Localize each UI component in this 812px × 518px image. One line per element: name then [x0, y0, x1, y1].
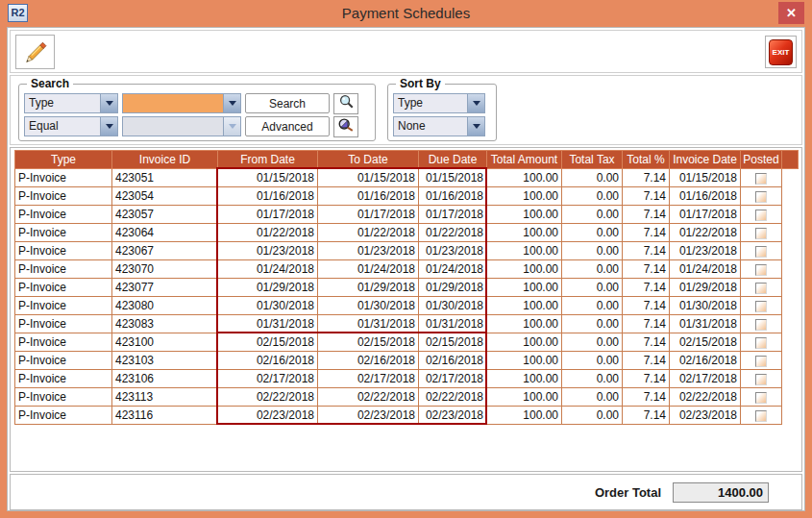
posted-checkbox[interactable]: [755, 264, 767, 276]
col-header-from_date[interactable]: From Date: [218, 151, 318, 169]
cell-posted: [741, 407, 782, 425]
sort-secondary-select[interactable]: None: [393, 116, 485, 136]
posted-checkbox[interactable]: [755, 319, 767, 331]
cell-invoice_id: 423116: [112, 407, 218, 425]
cell-posted: [741, 388, 782, 407]
col-header-total_pct[interactable]: Total %: [623, 151, 670, 169]
posted-checkbox[interactable]: [755, 392, 767, 404]
posted-checkbox[interactable]: [755, 374, 767, 385]
cell-due_date: 01/15/2018: [419, 169, 487, 187]
table-row[interactable]: P-Invoice42305401/16/201801/16/201801/16…: [15, 187, 799, 206]
chevron-down-icon[interactable]: [467, 94, 484, 112]
col-header-total_amount[interactable]: Total Amount: [487, 151, 562, 169]
cell-from_date: 01/29/2018: [218, 279, 318, 297]
cell-total_pct: 7.14: [623, 388, 670, 407]
col-header-to_date[interactable]: To Date: [318, 151, 419, 169]
search-field-select[interactable]: Type: [24, 93, 118, 113]
posted-checkbox[interactable]: [755, 356, 767, 367]
cell-total_amount: 100.00: [487, 352, 562, 370]
posted-checkbox[interactable]: [755, 410, 767, 422]
cell-invoice_id: 423080: [112, 297, 218, 315]
table-row[interactable]: P-Invoice42310602/17/201802/17/201802/17…: [15, 370, 799, 388]
cell-type: P-Invoice: [15, 187, 112, 206]
table-row[interactable]: P-Invoice42306701/23/201801/23/201801/23…: [15, 242, 799, 260]
cell-to_date: 01/31/2018: [318, 315, 419, 333]
table-row[interactable]: P-Invoice42307001/24/201801/24/201801/24…: [15, 260, 799, 279]
search-button[interactable]: Search: [245, 93, 330, 113]
posted-checkbox[interactable]: [755, 228, 767, 239]
cell-invoice_id: 423100: [112, 333, 218, 352]
cell-due_date: 01/16/2018: [419, 187, 487, 206]
posted-checkbox[interactable]: [755, 337, 767, 349]
posted-checkbox[interactable]: [755, 283, 767, 294]
sort-primary-select[interactable]: Type: [393, 93, 485, 113]
advanced-search-icon-button[interactable]: [333, 116, 358, 137]
chevron-down-icon[interactable]: [100, 94, 117, 112]
search-value-text: [123, 94, 223, 112]
cell-type: P-Invoice: [15, 224, 112, 242]
cell-total_amount: 100.00: [487, 333, 562, 352]
col-header-total_tax[interactable]: Total Tax: [562, 151, 623, 169]
table-row[interactable]: P-Invoice42311602/23/201802/23/201802/23…: [15, 407, 799, 425]
cell-posted: [741, 206, 782, 224]
cell-total_pct: 7.14: [623, 279, 670, 297]
chevron-down-icon[interactable]: [100, 117, 117, 136]
table-row[interactable]: P-Invoice42308301/31/201801/31/201801/31…: [15, 315, 799, 333]
cell-type: P-Invoice: [15, 388, 112, 407]
posted-checkbox[interactable]: [755, 173, 767, 185]
table-row[interactable]: P-Invoice42310302/16/201802/16/201802/16…: [15, 352, 799, 370]
col-header-invoice_date[interactable]: Invoice Date: [670, 151, 741, 169]
close-button[interactable]: ✕: [778, 2, 804, 24]
cell-invoice_date: 01/31/2018: [670, 315, 741, 333]
cell-type: P-Invoice: [15, 169, 112, 187]
cell-total_pct: 7.14: [623, 407, 670, 425]
search-icon-button[interactable]: [333, 93, 358, 114]
cell-from_date: 02/23/2018: [218, 407, 318, 425]
cell-due_date: 01/22/2018: [419, 224, 487, 242]
cell-filler: [782, 224, 799, 242]
table-row[interactable]: P-Invoice42305101/15/201801/15/201801/15…: [15, 169, 799, 187]
cell-due_date: 01/31/2018: [419, 315, 487, 333]
cell-from_date: 02/15/2018: [218, 333, 318, 352]
cell-total_amount: 100.00: [487, 370, 562, 388]
posted-checkbox[interactable]: [755, 210, 767, 221]
cell-total_amount: 100.00: [487, 169, 562, 187]
cell-total_amount: 100.00: [487, 224, 562, 242]
col-header-posted[interactable]: Posted: [741, 151, 782, 169]
cell-invoice_date: 01/22/2018: [670, 224, 741, 242]
cell-total_amount: 100.00: [487, 315, 562, 333]
cell-posted: [741, 333, 782, 352]
exit-button[interactable]: EXIT: [769, 39, 793, 65]
table-row[interactable]: P-Invoice42306401/22/201801/22/201801/22…: [15, 224, 799, 242]
posted-checkbox[interactable]: [755, 191, 767, 203]
cell-total_amount: 100.00: [487, 279, 562, 297]
cell-from_date: 01/24/2018: [218, 260, 318, 279]
edit-button[interactable]: [15, 35, 55, 69]
chevron-down-icon[interactable]: [467, 117, 484, 136]
table-row[interactable]: P-Invoice42310002/15/201802/15/201802/15…: [15, 333, 799, 352]
posted-checkbox[interactable]: [755, 301, 767, 312]
cell-total_amount: 100.00: [487, 206, 562, 224]
table-row[interactable]: P-Invoice42311302/22/201802/22/201802/22…: [15, 388, 799, 407]
cell-total_amount: 100.00: [487, 260, 562, 279]
cell-to_date: 02/22/2018: [318, 388, 419, 407]
table-row[interactable]: P-Invoice42307701/29/201801/29/201801/29…: [15, 279, 799, 297]
sort-by-group-label: Sort By: [396, 77, 445, 90]
search-group: Search Type Search: [18, 84, 376, 141]
advanced-button[interactable]: Advanced: [245, 116, 330, 136]
search-value-select[interactable]: [122, 93, 241, 113]
search-operator-select[interactable]: Equal: [24, 116, 118, 136]
chevron-down-icon[interactable]: [223, 94, 240, 112]
table-row[interactable]: P-Invoice42305701/17/201801/17/201801/17…: [15, 206, 799, 224]
col-header-invoice_id[interactable]: Invoice ID: [112, 151, 218, 169]
cell-due_date: 01/29/2018: [419, 279, 487, 297]
cell-total_pct: 7.14: [623, 333, 670, 352]
col-header-type[interactable]: Type: [15, 151, 112, 169]
col-header-due_date[interactable]: Due Date: [419, 151, 487, 169]
cell-posted: [741, 187, 782, 206]
cell-due_date: 01/24/2018: [419, 260, 487, 279]
cell-total_tax: 0.00: [562, 206, 623, 224]
posted-checkbox[interactable]: [755, 246, 767, 258]
cell-to_date: 02/23/2018: [318, 407, 419, 425]
table-row[interactable]: P-Invoice42308001/30/201801/30/201801/30…: [15, 297, 799, 315]
